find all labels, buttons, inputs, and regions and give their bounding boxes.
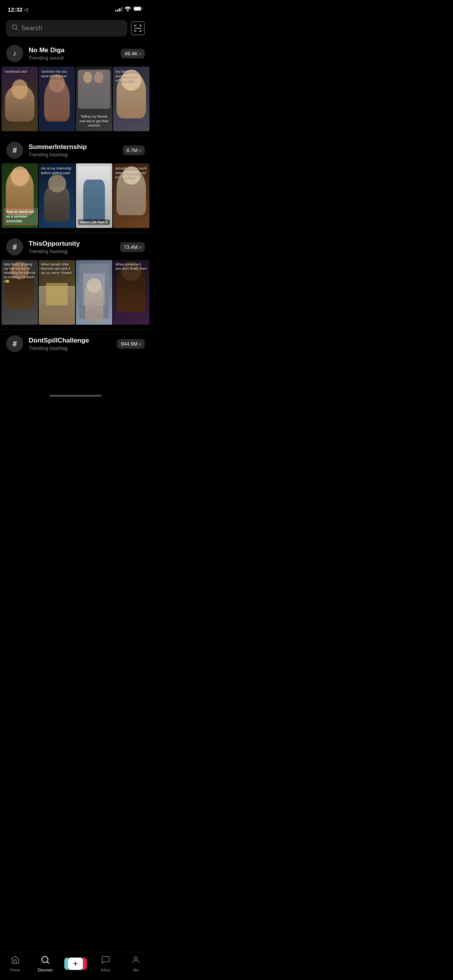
battery-icon — [133, 6, 143, 12]
video-inner-8: actually makes work when it w supposed t… — [113, 163, 149, 228]
trending-header-hashtag1: # SummerInternship Trending hashtag 8.7M… — [0, 136, 151, 163]
video-caption-2: "promise me you wont tell anyone" — [41, 70, 73, 79]
video-inner-7: Intern Life Part 2 — [76, 163, 112, 228]
signal-bar-1 — [115, 10, 117, 12]
trending-header-hashtag2: # ThisOpportunity Trending hashtag 73.4M… — [0, 233, 151, 260]
home-indicator — [50, 395, 101, 397]
video-thumb-5[interactable]: how to stand out as a summer associate — [2, 163, 38, 228]
status-bar: 12:32 ◁ — [0, 0, 151, 17]
video-thumb-8[interactable]: actually makes work when it w supposed t… — [113, 163, 149, 228]
video-thumb-1[interactable]: "overhears tea" — [2, 67, 38, 131]
video-thumb-12[interactable]: When someone h arm and I finally them — [113, 260, 149, 325]
music-note-icon: ♪ — [13, 50, 17, 58]
sound-count-chevron: › — [139, 51, 141, 57]
hashtag3-title: DontSpillChallenge — [29, 337, 112, 344]
video-caption-9: Was finally growing my hair out but I'm … — [4, 262, 36, 284]
main-content: ♪ No Me Diga Trending sound 49.4K › "ove… — [0, 39, 151, 393]
hashtag2-icon-circle: # — [6, 238, 23, 255]
wifi-icon — [125, 6, 131, 12]
video-caption-8: actually makes work when it w supposed t… — [115, 166, 147, 180]
hashtag2-title: ThisOpportunity — [29, 240, 115, 248]
search-placeholder: Search — [21, 24, 42, 32]
trending-section-hashtag2: # ThisOpportunity Trending hashtag 73.4M… — [0, 233, 151, 325]
video-thumb-9[interactable]: Was finally growing my hair out but I'm … — [2, 260, 38, 325]
video-inner-1: "overhears tea" — [2, 67, 38, 131]
hashtag1-chevron: › — [139, 147, 141, 153]
search-container: Search — [0, 17, 151, 39]
signal-bar-2 — [117, 9, 118, 12]
trending-header-hashtag3: # DontSpillChallenge Trending hashtag 94… — [0, 330, 151, 357]
video-thumb-6[interactable]: Me at my internship before getting paid — [39, 163, 75, 228]
hashtag1-video-grid: how to stand out as a summer associate M… — [0, 163, 151, 228]
gps-icon: ◁ — [24, 7, 28, 12]
svg-rect-2 — [134, 7, 141, 10]
hashtag2-count-value: 73.4M — [124, 244, 138, 250]
sound-count[interactable]: 49.4K › — [121, 49, 145, 58]
scan-icon[interactable] — [131, 21, 145, 35]
video-caption-4: my bestie, wh everyone in th school, tel… — [115, 70, 147, 83]
sound-count-value: 49.4K — [125, 51, 138, 57]
hashtag1-icon-circle: # — [6, 142, 23, 159]
video-caption-10: When people order food but can't pick it… — [41, 262, 73, 275]
sound-icon-circle: ♪ — [6, 45, 23, 62]
video-inner-2: "promise me you wont tell anyone" — [39, 67, 75, 131]
trending-section-sound: ♪ No Me Diga Trending sound 49.4K › "ove… — [0, 39, 151, 131]
sound-info: No Me Diga Trending sound — [29, 46, 115, 61]
video-thumb-11[interactable] — [76, 260, 112, 325]
hashtag3-chevron: › — [139, 341, 141, 347]
video-caption-12: When someone h arm and I finally them — [115, 262, 147, 271]
sound-title: No Me Diga — [29, 46, 115, 54]
signal-bar-4 — [121, 7, 122, 12]
hashtag1-info: SummerInternship Trending hashtag — [29, 143, 117, 158]
sound-subtitle: Trending sound — [29, 55, 115, 61]
signal-bar-3 — [119, 8, 120, 12]
search-bar[interactable]: Search — [6, 20, 127, 36]
hashtag2-info: ThisOpportunity Trending hashtag — [29, 240, 115, 254]
hashtag3-count-value: 944.9M — [121, 341, 137, 347]
hashtag1-icon: # — [12, 146, 17, 155]
video-caption-7: Intern Life Part 2 — [78, 219, 110, 225]
video-inner-5: how to stand out as a summer associate — [2, 163, 38, 228]
hashtag3-icon-circle: # — [6, 335, 23, 352]
hashtag2-video-grid: Was finally growing my hair out but I'm … — [0, 260, 151, 325]
hashtag2-subtitle: Trending hashtag — [29, 248, 115, 254]
hashtag2-chevron: › — [139, 244, 141, 250]
hashtag3-icon: # — [12, 339, 17, 348]
video-caption-1: "overhears tea" — [4, 70, 36, 74]
video-inner-9: Was finally growing my hair out but I'm … — [2, 260, 38, 325]
video-caption-6: Me at my internship before getting paid — [41, 166, 73, 175]
video-inner-6: Me at my internship before getting paid — [39, 163, 75, 228]
hashtag1-count-value: 8.7M — [127, 147, 138, 153]
status-time: 12:32 — [8, 6, 22, 13]
trending-section-hashtag1: # SummerInternship Trending hashtag 8.7M… — [0, 136, 151, 228]
sound-video-grid: "overhears tea" "promise me you wont tel… — [0, 67, 151, 131]
hashtag2-count[interactable]: 73.4M › — [120, 242, 145, 252]
video-inner-12: When someone h arm and I finally them — [113, 260, 149, 325]
hashtag1-count[interactable]: 8.7M › — [123, 146, 145, 155]
video-inner-3: Telling my friends real tea to get their… — [76, 67, 112, 131]
hashtag2-icon: # — [12, 243, 17, 252]
hashtag1-title: SummerInternship — [29, 143, 117, 151]
video-thumb-2[interactable]: "promise me you wont tell anyone" — [39, 67, 75, 131]
svg-point-0 — [127, 10, 129, 11]
video-inner-11 — [76, 260, 112, 325]
search-icon — [12, 24, 18, 32]
video-thumb-10[interactable]: When people order food but can't pick it… — [39, 260, 75, 325]
hashtag1-subtitle: Trending hashtag — [29, 152, 117, 158]
video-thumb-4[interactable]: my bestie, wh everyone in th school, tel… — [113, 67, 149, 131]
hashtag3-subtitle: Trending hashtag — [29, 345, 112, 351]
hashtag3-info: DontSpillChallenge Trending hashtag — [29, 337, 112, 351]
video-thumb-7[interactable]: Intern Life Part 2 — [76, 163, 112, 228]
status-icons — [115, 6, 143, 12]
signal-bars — [115, 7, 122, 12]
video-inner-10: When people order food but can't pick it… — [39, 260, 75, 325]
video-inner-4: my bestie, wh everyone in th school, tel… — [113, 67, 149, 131]
svg-point-3 — [12, 25, 17, 29]
video-caption-3: Telling my friends real tea to get their… — [78, 115, 110, 128]
trending-header-sound: ♪ No Me Diga Trending sound 49.4K › — [0, 39, 151, 67]
hashtag3-count[interactable]: 944.9M › — [117, 339, 145, 349]
trending-section-hashtag3: # DontSpillChallenge Trending hashtag 94… — [0, 330, 151, 357]
video-thumb-3[interactable]: Telling my friends real tea to get their… — [76, 67, 112, 131]
video-caption-5: how to stand out as a summer associate — [4, 208, 38, 225]
